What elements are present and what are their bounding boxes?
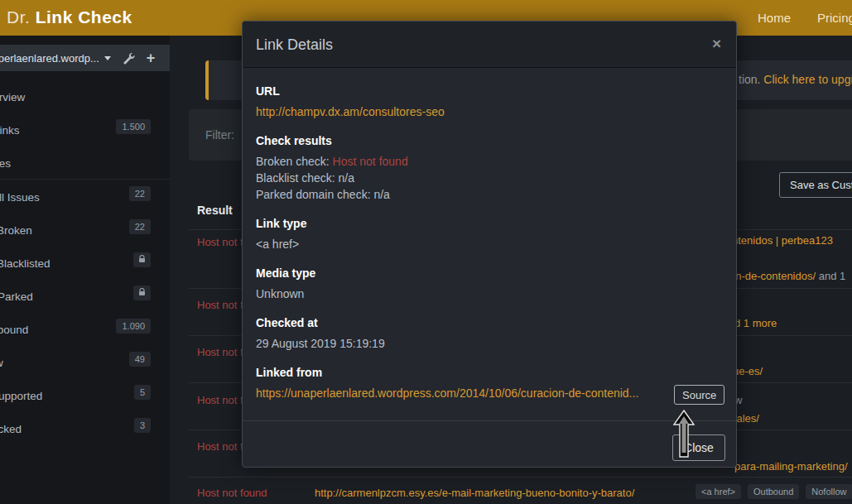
count-badge: 1.090 <box>116 319 151 334</box>
project-selector[interactable]: unaperlaenlared.wordp... + <box>0 45 170 71</box>
nav-pricing[interactable]: Pricing <box>817 11 852 25</box>
blacklist-check-row: Blacklist check: n/a <box>256 170 408 186</box>
count-badge: 49 <box>129 352 151 367</box>
outbound-badge: Outbound <box>748 484 799 499</box>
broken-check-value: Host not found <box>333 155 408 168</box>
result-column-header: Result <box>197 204 233 217</box>
alert-prefix: tion. <box>739 73 763 86</box>
sidebar-item-nofollow[interactable]: Nofollow49 <box>0 345 170 378</box>
sidebar-item-overview[interactable]: Overview <box>0 79 170 113</box>
sidebar-item-label: Unsupported <box>0 390 42 402</box>
sidebar-item-parked[interactable]: Parked <box>0 279 170 312</box>
upgrade-alert-text: tion. Click here to upgr <box>739 73 852 86</box>
wrench-icon[interactable] <box>123 52 135 65</box>
media-type-section: Media type Unknown <box>256 266 315 302</box>
result-cell: Host not found <box>197 487 267 499</box>
checked-at-section: Checked at 29 August 2019 15:19:19 <box>256 316 385 352</box>
lock-icon <box>133 252 151 267</box>
more-count: and 1 <box>816 270 845 282</box>
sidebar-item-label: Nofollow <box>0 357 3 369</box>
broken-check-label: Broken check: <box>256 155 333 168</box>
sidebar-item-broken[interactable]: Broken22 <box>0 213 170 246</box>
count-badge: 1.500 <box>116 119 151 134</box>
page-link[interactable]: ue-es/ <box>733 365 763 377</box>
count-badge: 5 <box>134 385 151 400</box>
link-details-modal: Link Details × URL http://champv.dx.am/c… <box>242 21 737 468</box>
cursor-arrow-icon <box>671 410 696 463</box>
sidebar-nav: Overview Links1.500 Issues All Issues22 … <box>0 79 170 444</box>
check-results-label: Check results <box>256 134 408 147</box>
page-link[interactable]: on-de-contenidos/ and 1 <box>729 270 845 282</box>
href-badge: <a href> <box>696 484 741 499</box>
sidebar-item-label: Parked <box>0 290 33 303</box>
modal-title: Link Details <box>256 36 333 54</box>
app-root: { "header": { "logo_prefix": "Dr.", "log… <box>0 0 852 504</box>
count-badge: 3 <box>134 418 151 433</box>
sidebar-item-label: Overview <box>0 91 25 103</box>
media-type-label: Media type <box>256 266 315 280</box>
sidebar-item-unsupported[interactable]: Unsupported5 <box>0 378 170 411</box>
sidebar-section-label: Issues <box>0 157 11 170</box>
linked-from-label: Linked from <box>256 366 638 379</box>
link-flags: <a href>OutboundNofollow <box>696 484 852 499</box>
page-link[interactable]: para-mailing-marketing/ <box>734 460 848 473</box>
linked-from-url[interactable]: https://unaperlaenlared.wordpress.com/20… <box>256 385 638 401</box>
checked-at-label: Checked at <box>256 316 385 329</box>
upgrade-link[interactable]: Click here to upgr <box>763 73 852 86</box>
modal-header: Link Details × <box>243 22 736 68</box>
sidebar-item-all-issues[interactable]: All Issues22 <box>0 180 170 213</box>
sidebar-item-label: Outbound <box>0 324 28 336</box>
url-section: URL http://champv.dx.am/consultores-seo <box>256 84 445 120</box>
nofollow-badge: Nofollow <box>806 484 852 499</box>
checked-at-value: 29 August 2019 15:19:19 <box>256 335 385 352</box>
close-icon[interactable]: × <box>712 36 721 51</box>
sidebar: unaperlaenlared.wordp... + Overview Link… <box>0 36 170 504</box>
sidebar-item-label: Links <box>0 124 20 137</box>
sidebar-item-links[interactable]: Links1.500 <box>0 113 170 146</box>
url-value[interactable]: http://champv.dx.am/consultores-seo <box>256 103 445 120</box>
top-nav: Home Pricing <box>758 11 852 25</box>
page-link-text: on-de-contenidos/ <box>729 270 816 282</box>
parked-check-row: Parked domain check: n/a <box>256 186 408 203</box>
source-button[interactable]: Source <box>674 385 724 405</box>
sidebar-item-blocked[interactable]: Blocked3 <box>0 411 170 444</box>
sidebar-item-outbound[interactable]: Outbound1.090 <box>0 312 170 345</box>
logo-main: Link Check <box>36 7 132 26</box>
sidebar-item-label: Blocked <box>0 423 22 435</box>
link-url[interactable]: http://carmenlpzcm.esy.es/e-mail-marketi… <box>315 487 634 499</box>
sidebar-item-label: Blacklisted <box>0 257 51 270</box>
link-type-section: Link type <a href> <box>256 217 306 252</box>
logo-prefix: Dr. <box>7 7 30 26</box>
nav-home[interactable]: Home <box>758 11 791 25</box>
sidebar-item-label: All Issues <box>0 191 40 204</box>
sidebar-section-issues: Issues <box>0 146 170 179</box>
row-divider <box>189 477 852 478</box>
caret-down-icon <box>104 56 111 60</box>
link-type-value: <a href> <box>256 236 306 252</box>
url-label: URL <box>256 84 445 98</box>
sidebar-item-blacklisted[interactable]: Blacklisted <box>0 246 170 279</box>
page-link[interactable]: ntenidos | perbea123 <box>732 234 833 247</box>
page-link[interactable]: d 1 more <box>734 317 777 329</box>
save-as-custom-button[interactable]: Save as Custom <box>779 172 852 198</box>
check-results-section: Check results Broken check: Host not fou… <box>256 134 408 203</box>
filter-label: Filter: <box>205 128 234 142</box>
plus-icon[interactable]: + <box>147 50 156 65</box>
app-logo[interactable]: Dr. Link Check <box>7 7 132 27</box>
broken-check-row: Broken check: Host not found <box>256 153 408 170</box>
count-badge: 22 <box>129 219 151 234</box>
lock-icon <box>133 286 151 300</box>
media-type-value: Unknown <box>256 286 315 302</box>
link-type-label: Link type <box>256 217 306 230</box>
linked-from-section: Linked from https://unaperlaenlared.word… <box>256 366 638 401</box>
modal-footer-divider <box>243 420 736 421</box>
project-name: unaperlaenlared.wordp... <box>0 52 99 65</box>
sidebar-item-label: Broken <box>0 224 32 237</box>
count-badge: 22 <box>129 186 151 201</box>
